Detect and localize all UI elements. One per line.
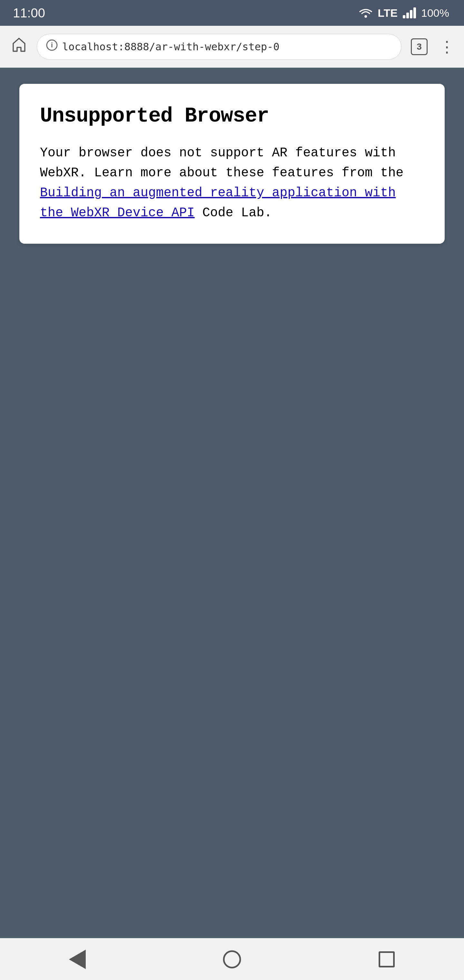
bottom-nav xyxy=(0,938,464,980)
lte-icon: LTE xyxy=(378,7,397,19)
tabs-button[interactable]: 3 xyxy=(408,35,431,58)
svg-text:i: i xyxy=(51,41,53,49)
battery-percent: 100% xyxy=(421,7,449,19)
home-nav-icon xyxy=(223,950,241,968)
status-time: 11:00 xyxy=(13,6,45,20)
card-body-prefix: Your browser does not support AR feature… xyxy=(40,146,404,180)
wifi-icon xyxy=(359,7,372,18)
unsupported-browser-card: Unsupported Browser Your browser does no… xyxy=(19,84,445,244)
recents-button[interactable] xyxy=(367,945,406,974)
svg-point-0 xyxy=(364,15,367,18)
home-button[interactable] xyxy=(8,35,30,58)
home-nav-button[interactable] xyxy=(213,945,251,974)
recents-icon xyxy=(378,951,395,967)
home-icon xyxy=(11,37,27,56)
card-body-suffix: Code Lab. xyxy=(195,206,272,220)
url-text: localhost:8888/ar-with-webxr/step-0 xyxy=(62,41,280,53)
more-icon: ⋮ xyxy=(439,38,454,56)
status-icons: LTE 100% xyxy=(359,7,451,19)
tab-count-icon: 3 xyxy=(411,38,427,55)
nav-bar: i localhost:8888/ar-with-webxr/step-0 3 … xyxy=(0,26,464,68)
info-icon: i xyxy=(46,39,58,54)
signal-bars-icon xyxy=(403,7,416,18)
back-button[interactable] xyxy=(58,945,97,974)
address-bar[interactable]: i localhost:8888/ar-with-webxr/step-0 xyxy=(37,34,402,60)
back-icon xyxy=(69,950,86,969)
page-content: Unsupported Browser Your browser does no… xyxy=(0,68,464,938)
more-button[interactable]: ⋮ xyxy=(437,35,456,58)
card-title: Unsupported Browser xyxy=(40,105,424,128)
battery-icon: 100% xyxy=(421,7,451,19)
card-body: Your browser does not support AR feature… xyxy=(40,143,424,223)
status-bar: 11:00 LTE 100% xyxy=(0,0,464,26)
